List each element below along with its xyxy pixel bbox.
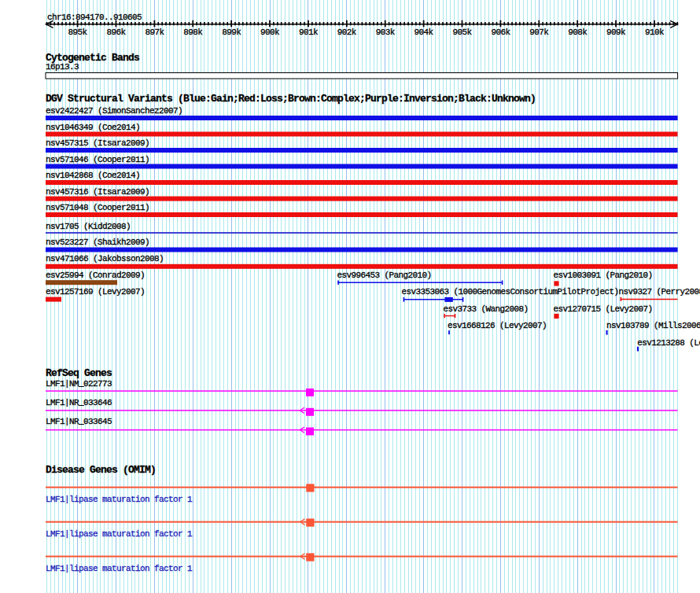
svg-text:908k: 908k [568,28,588,37]
svg-text:899k: 899k [222,28,241,37]
svg-text:nsv457315 (Itsara2009): nsv457315 (Itsara2009) [46,138,149,148]
svg-text:906k: 906k [491,28,510,37]
svg-text:esv3733 (Wang2008): esv3733 (Wang2008) [444,304,529,314]
svg-text:910k: 910k [645,28,665,37]
svg-text:16p13.3: 16p13.3 [46,62,79,72]
svg-text:esv996453 (Pang2010): esv996453 (Pang2010) [337,271,432,280]
svg-text:esv1668126 (Levy2007): esv1668126 (Levy2007) [448,321,547,330]
svg-text:nsv103789 (Mills2006AndMills20: nsv103789 (Mills2006AndMills2011) [606,321,700,330]
svg-text:nsv523227 (Shaikh2009): nsv523227 (Shaikh2009) [46,238,149,247]
svg-text:904k: 904k [414,28,434,37]
svg-text:902k: 902k [337,28,357,37]
svg-text:895k: 895k [68,28,88,37]
svg-text:nsv571046 (Cooper2011): nsv571046 (Cooper2011) [46,155,149,164]
svg-text:esv1003091 (Pang2010): esv1003091 (Pang2010) [554,271,653,280]
svg-text:896k: 896k [106,28,126,37]
svg-text:nsv1046349 (Coe2014): nsv1046349 (Coe2014) [46,123,140,132]
svg-text:LMF1|NR_033646: LMF1|NR_033646 [46,398,112,407]
svg-text:Disease Genes (OMIM): Disease Genes (OMIM) [46,464,156,476]
svg-text:esv2422427 (SimonSanchez2007): esv2422427 (SimonSanchez2007) [46,106,182,116]
svg-text:esv1257169 (Levy2007): esv1257169 (Levy2007) [46,287,145,296]
svg-text:905k: 905k [452,28,472,37]
svg-text:LMF1|lipase maturation factor: LMF1|lipase maturation factor 1 [46,564,193,573]
svg-text:RefSeq Genes: RefSeq Genes [46,367,112,379]
svg-text:chr16:894170..910605: chr16:894170..910605 [47,13,142,22]
svg-text:nsv571048 (Cooper2011): nsv571048 (Cooper2011) [46,203,149,212]
svg-text:LMF1|lipase maturation factor: LMF1|lipase maturation factor 1 [46,495,193,504]
svg-text:909k: 909k [606,28,626,37]
svg-text:LMF1|lipase maturation factor: LMF1|lipase maturation factor 1 [46,529,193,539]
svg-text:903k: 903k [376,28,396,37]
svg-text:nsv471066 (Jakobsson2008): nsv471066 (Jakobsson2008) [46,254,164,263]
svg-text:LMF1|NM_022773: LMF1|NM_022773 [46,379,112,389]
svg-text:LMF1|NR_033645: LMF1|NR_033645 [46,417,112,426]
svg-text:esv1213288 (Levy2007): esv1213288 (Levy2007) [637,338,700,348]
svg-text:nsv1705 (Kidd2008): nsv1705 (Kidd2008) [46,222,131,231]
svg-text:esv3353063 (1000GenomesConsort: esv3353063 (1000GenomesConsortiumPilotPr… [402,287,619,296]
svg-text:900k: 900k [260,28,280,37]
svg-text:898k: 898k [183,28,203,37]
svg-text:897k: 897k [145,28,164,37]
svg-text:esv1270715 (Levy2007): esv1270715 (Levy2007) [554,304,653,314]
svg-text:907k: 907k [529,28,549,37]
svg-text:nsv457316 (Itsara2009): nsv457316 (Itsara2009) [46,187,149,197]
svg-text:esv25994 (Conrad2009): esv25994 (Conrad2009) [46,271,145,280]
svg-text:901k: 901k [299,28,319,37]
svg-text:nsv9327 (Perry2008AndPerry2008: nsv9327 (Perry2008AndPerry2008a) [619,287,700,296]
svg-text:DGV Structural Variants (Blue:: DGV Structural Variants (Blue:Gain;Red:L… [46,93,536,105]
svg-text:nsv1042868 (Coe2014): nsv1042868 (Coe2014) [46,171,140,180]
